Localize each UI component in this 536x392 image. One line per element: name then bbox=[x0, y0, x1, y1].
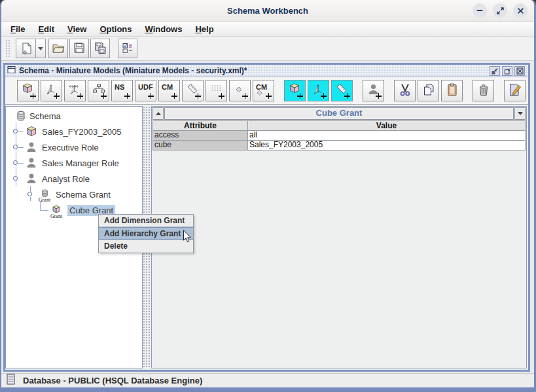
menu-file[interactable]: File bbox=[4, 23, 31, 35]
new-schema-split-button[interactable] bbox=[16, 39, 46, 58]
value-cell[interactable]: Sales_FY2003_2005 bbox=[248, 141, 526, 151]
toolbar-drag-handle[interactable] bbox=[5, 39, 11, 58]
menu-view[interactable]: View bbox=[61, 23, 93, 35]
scroll-down-button[interactable] bbox=[514, 107, 526, 120]
add-dimension-usage-button[interactable] bbox=[64, 80, 86, 101]
tree-item-analyst-role[interactable]: Analyst Role bbox=[6, 171, 142, 187]
tree-item-label: Schema bbox=[29, 111, 61, 121]
save-button[interactable] bbox=[69, 39, 89, 58]
value-cell[interactable]: all bbox=[248, 131, 526, 141]
add-virtual-measure-button[interactable] bbox=[331, 80, 353, 101]
column-header-attribute: Attribute bbox=[152, 120, 248, 131]
add-level-button[interactable] bbox=[205, 80, 227, 101]
tree-item-schema[interactable]: Schema bbox=[6, 108, 142, 124]
table-row: access all bbox=[152, 131, 526, 141]
menu-edit[interactable]: Edit bbox=[31, 23, 61, 35]
named-set-label: NS bbox=[115, 83, 124, 91]
database-icon bbox=[14, 111, 27, 122]
add-cube-button[interactable] bbox=[17, 80, 39, 101]
plus-icon bbox=[54, 93, 60, 99]
plus-icon bbox=[266, 93, 272, 99]
delete-button[interactable] bbox=[473, 80, 494, 101]
grant-database-icon: Grant bbox=[36, 189, 53, 203]
menu-options[interactable]: Options bbox=[93, 23, 138, 35]
paste-button[interactable] bbox=[441, 80, 463, 101]
add-virtual-dimension-button[interactable] bbox=[308, 80, 329, 101]
copy-button[interactable] bbox=[418, 80, 439, 101]
add-calculated-member-property-button[interactable]: CM bbox=[253, 80, 274, 101]
add-virtual-cube-button[interactable] bbox=[284, 80, 306, 101]
tree-item-executive-role[interactable]: Executive Role bbox=[6, 139, 142, 155]
clipboard-icon bbox=[445, 82, 459, 99]
grant-badge: Grant bbox=[50, 214, 62, 219]
edit-pencil-icon bbox=[508, 82, 522, 99]
column-header-value: Value bbox=[248, 120, 526, 131]
add-measure-button[interactable] bbox=[182, 80, 204, 101]
cube-icon bbox=[25, 126, 38, 137]
open-button[interactable] bbox=[48, 39, 68, 58]
add-named-set-button[interactable]: NS bbox=[111, 80, 133, 101]
mouse-cursor-icon bbox=[183, 230, 192, 247]
add-hierarchy-button[interactable] bbox=[88, 80, 109, 101]
detail-title: Cube Grant bbox=[164, 107, 514, 120]
internal-frame-controls bbox=[490, 66, 525, 76]
save-as-button[interactable] bbox=[90, 39, 110, 58]
plus-icon bbox=[101, 93, 107, 99]
scroll-up-button[interactable] bbox=[152, 107, 164, 120]
menu-item-add-dimension-grant[interactable]: Add Dimension Grant bbox=[99, 215, 193, 227]
internal-close-button[interactable] bbox=[514, 66, 525, 76]
minimize-button[interactable] bbox=[473, 3, 487, 18]
table-row: cube Sales_FY2003_2005 bbox=[152, 141, 526, 151]
desktop-pane: Schema - Miniature Models (Miniature Mod… bbox=[1, 61, 534, 373]
plus-icon bbox=[219, 93, 224, 99]
add-udf-button[interactable]: UDF bbox=[135, 80, 156, 101]
menu-windows[interactable]: Windows bbox=[139, 23, 189, 35]
tree-item-sales-manager-role[interactable]: Sales Manager Role bbox=[6, 155, 142, 171]
menu-item-delete[interactable]: Delete bbox=[99, 240, 193, 253]
add-role-button[interactable] bbox=[363, 80, 384, 101]
internal-minimize-icon bbox=[491, 67, 499, 77]
plus-icon bbox=[321, 93, 327, 99]
internal-close-icon bbox=[516, 67, 524, 77]
add-property-button[interactable] bbox=[229, 80, 251, 101]
preferences-icon bbox=[121, 41, 134, 56]
calc-member-label: CM bbox=[162, 83, 173, 91]
plus-icon bbox=[344, 93, 350, 99]
attribute-cell: access bbox=[152, 131, 248, 141]
tree-item-schema-grant[interactable]: Grant Schema Grant bbox=[6, 187, 142, 202]
preferences-button[interactable] bbox=[118, 39, 137, 58]
plus-icon bbox=[297, 93, 303, 99]
add-dimension-button[interactable] bbox=[41, 80, 62, 101]
menu-help[interactable]: Help bbox=[188, 23, 220, 35]
restore-button[interactable] bbox=[493, 3, 507, 18]
tree-item-cube[interactable]: Sales_FY2003_2005 bbox=[6, 124, 142, 139]
schema-toolbar: NS UDF CM CM bbox=[5, 77, 528, 105]
close-button[interactable] bbox=[513, 3, 527, 18]
attribute-table: Attribute Value access all cube Sales_FY… bbox=[152, 120, 526, 151]
new-schema-dropdown[interactable] bbox=[35, 39, 45, 58]
status-text: Database - PUBLIC (HSQL Database Engine) bbox=[23, 376, 202, 385]
save-icon bbox=[73, 41, 86, 56]
open-folder-icon bbox=[52, 41, 65, 56]
role-person-icon bbox=[25, 141, 38, 153]
window-bottom-border bbox=[1, 387, 534, 392]
internal-frame-icon bbox=[7, 65, 16, 77]
cut-button[interactable] bbox=[394, 80, 416, 101]
udf-label: UDF bbox=[138, 83, 153, 91]
edit-mode-button[interactable] bbox=[504, 80, 526, 101]
tree-item-label: Analyst Role bbox=[42, 174, 90, 184]
titlebar[interactable]: Schema Workbench bbox=[1, 0, 534, 22]
detail-panel: Cube Grant Attribute Value access all bbox=[151, 106, 527, 368]
schema-content: Schema Sales_FY2003_2005 Executive Role bbox=[5, 105, 528, 370]
detail-header: Cube Grant bbox=[152, 107, 526, 120]
role-person-icon bbox=[25, 173, 38, 185]
arrow-up-icon bbox=[156, 112, 161, 115]
menu-item-add-hierarchy-grant[interactable]: Add Hierarchy Grant bbox=[99, 227, 193, 240]
add-calculated-member-button[interactable]: CM bbox=[158, 80, 180, 101]
restore-icon bbox=[496, 7, 505, 15]
attribute-cell: cube bbox=[152, 141, 248, 151]
internal-maximize-icon bbox=[504, 67, 511, 77]
internal-maximize-button[interactable] bbox=[502, 66, 512, 76]
internal-frame-titlebar[interactable]: Schema - Miniature Models (Miniature Mod… bbox=[5, 65, 528, 77]
internal-minimize-button[interactable] bbox=[490, 66, 500, 76]
